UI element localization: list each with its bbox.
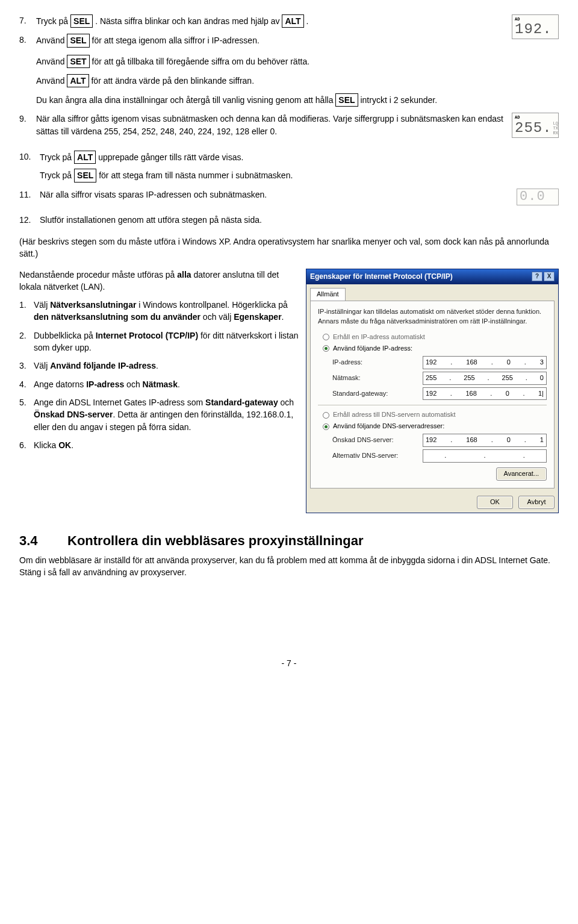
text: . Nästa siffra blinkar och kan ändras me…: [95, 16, 282, 26]
text-bold: alla: [177, 270, 191, 279]
step-number: 10.: [19, 151, 40, 183]
text: Använd: [36, 57, 67, 66]
text-bold: Internet Protocol (TCP/IP): [96, 331, 198, 340]
octet: 0: [507, 358, 511, 367]
field-label: Nätmask:: [332, 373, 423, 383]
octet: 0: [506, 389, 509, 399]
close-button[interactable]: X: [544, 272, 555, 281]
field-label: IP-adress:: [332, 358, 423, 367]
key-sel: SEL: [67, 34, 89, 47]
section-title: Kontrollera din webbläsares proxyinställ…: [67, 533, 363, 548]
lcd-digits: 0.0: [520, 190, 556, 204]
text-bold: Nätverksanslutningar: [50, 300, 136, 310]
text-bold: Önskad DNS-server: [34, 410, 113, 419]
radio-use-following-dns[interactable]: Använd följande DNS-serveradresser:: [323, 422, 547, 431]
field-label: Standard-gateway:: [332, 389, 423, 399]
text: Tryck på: [40, 152, 74, 162]
step-9: 9. När alla siffror gåtts igenom visas s…: [19, 113, 505, 137]
text-bold: IP-adress: [86, 379, 124, 389]
radio-use-following-ip[interactable]: Använd följande IP-adress:: [323, 344, 547, 354]
text: Tryck på: [40, 170, 74, 180]
step-number: 4.: [19, 378, 34, 390]
text: för att gå tillbaka till föregående siff…: [92, 57, 310, 66]
lan-note: Nedanstående procedur måste utföras på a…: [19, 269, 299, 293]
win-step-3: 3. Välj Använd följande IP-adress.: [19, 360, 299, 372]
radio-icon: [323, 423, 329, 430]
dns1-input[interactable]: 192. 168. 0. 1: [423, 434, 547, 447]
step-number: 6.: [19, 439, 34, 451]
octet: 3: [540, 358, 544, 367]
text: Ange din ADSL Internet Gates IP-adress s…: [34, 398, 205, 407]
text: Ange datorns: [34, 379, 86, 389]
step-body: När alla siffror gåtts igenom visas subn…: [36, 113, 505, 137]
radio-icon: [323, 345, 329, 352]
text: .: [306, 16, 309, 26]
text: Använd: [36, 76, 67, 86]
step-body: Klicka OK.: [34, 439, 299, 451]
step-body: Använd SEL för att stega igenom alla sif…: [36, 34, 505, 47]
field-label: Alternativ DNS-server:: [332, 451, 423, 461]
octet: 192: [426, 435, 437, 445]
field-preferred-dns: Önskad DNS-server: 192. 168. 0. 1: [332, 434, 547, 447]
ip-input[interactable]: 192. 168. 0. 3: [423, 356, 547, 369]
dialog-intro: IP-inställningar kan tilldelas automatis…: [318, 307, 547, 326]
text-bold: OK: [58, 440, 71, 450]
text-bold: Standard-gateway: [205, 398, 278, 407]
radio-label: Använd följande DNS-serveradresser:: [333, 422, 444, 431]
dialog-title: Egenskaper för Internet Protocol (TCP/IP…: [310, 272, 530, 282]
step-body: Slutför installationen genom att utföra …: [40, 214, 559, 226]
radio-obtain-dns-auto[interactable]: Erhåll adress till DNS-servern automatis…: [323, 410, 547, 420]
text: Använd: [36, 36, 67, 45]
field-label: Önskad DNS-server:: [332, 435, 423, 445]
field-ip-address: IP-adress: 192. 168. 0. 3: [332, 356, 547, 369]
octet: 0: [540, 373, 544, 383]
section-heading: 3.4Kontrollera din webbläsares proxyinst…: [19, 531, 559, 551]
octet: 255: [426, 373, 437, 383]
tab-general[interactable]: Allmänt: [310, 288, 346, 301]
step-number: 2.: [19, 329, 34, 354]
section-paragraph: Om din webbläsare är inställd för att an…: [19, 554, 559, 579]
advanced-button[interactable]: Avancerat...: [496, 467, 547, 481]
lcd-tx: TX: [553, 126, 558, 131]
text: upprepade gånger tills rätt värde visas.: [98, 152, 243, 162]
win-step-1: 1. Välj Nätverksanslutningar i Windows k…: [19, 299, 299, 323]
step-11: 11. När alla siffror visats sparas IP-ad…: [19, 189, 559, 205]
step-10: 10. Tryck på ALT upprepade gånger tills …: [19, 151, 559, 183]
ok-button[interactable]: OK: [477, 496, 513, 509]
radio-icon: [323, 412, 329, 419]
netmask-input[interactable]: 255. 255. 255. 0: [423, 372, 547, 385]
cancel-button[interactable]: Avbryt: [518, 496, 555, 509]
step-12: 12. Slutför installationen genom att utf…: [19, 214, 559, 226]
gateway-input[interactable]: 192. 168. 0. 1|: [423, 387, 547, 401]
step-body: Tryck på SEL . Nästa siffra blinkar och …: [36, 14, 505, 28]
text: .: [156, 361, 158, 370]
step-8-note-undo: Du kan ångra alla dina inställningar och…: [36, 93, 505, 107]
octet: 168: [465, 389, 476, 399]
text: för att stega fram till nästa nummer i s…: [99, 170, 293, 180]
radio-icon: [323, 334, 329, 340]
octet: 1|: [538, 389, 544, 399]
text: och välj: [200, 312, 234, 322]
octet: 192: [426, 389, 437, 399]
win-step-2: 2. Dubbelklicka på Internet Protocol (TC…: [19, 329, 299, 354]
key-alt: ALT: [282, 14, 303, 28]
text: Du kan ångra alla dina inställningar och…: [36, 95, 335, 105]
dns2-input[interactable]: . . .: [423, 449, 547, 463]
lcd-display-saved: 0.0: [517, 189, 559, 205]
text: för att ändra värde på den blinkande sif…: [91, 76, 254, 86]
key-sel: SEL: [70, 14, 93, 28]
key-sel: SEL: [335, 93, 358, 107]
radio-obtain-ip-auto[interactable]: Erhåll en IP-adress automatiskt: [323, 332, 547, 342]
os-note: (Här beskrivs stegen som du måste utföra…: [19, 236, 559, 260]
win-step-6: 6. Klicka OK.: [19, 439, 299, 451]
help-button[interactable]: ?: [532, 272, 542, 281]
octet: 168: [466, 435, 477, 445]
radio-label: Erhåll adress till DNS-servern automatis…: [333, 410, 456, 420]
text: i Windows kontrollpanel. Högerklicka på: [136, 300, 287, 310]
step-number: 3.: [19, 360, 34, 372]
text: Klicka: [34, 440, 58, 450]
octet: 1: [540, 435, 544, 445]
dialog-titlebar[interactable]: Egenskaper för Internet Protocol (TCP/IP…: [306, 269, 558, 284]
octet: 168: [466, 358, 477, 367]
step-number: 12.: [19, 214, 40, 226]
